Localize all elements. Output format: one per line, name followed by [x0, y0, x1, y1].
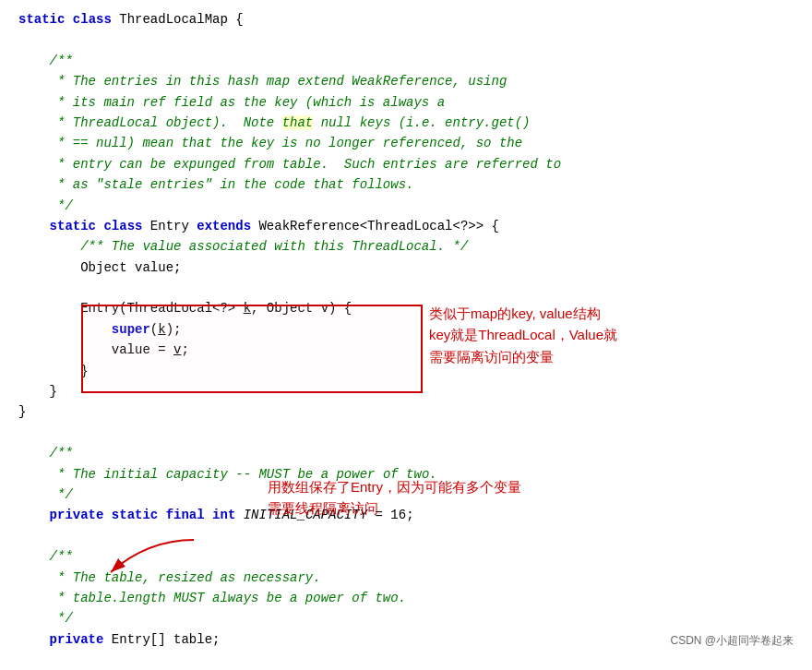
code-line-17: value = v;	[18, 340, 794, 360]
arrow-to-table	[92, 535, 203, 581]
highlight-that: that	[282, 115, 314, 130]
code-line-4: * The entries in this hash map extend We…	[18, 71, 794, 91]
code-line-9: * as "stale entries" in the code that fo…	[18, 174, 794, 195]
code-line-3: /**	[18, 51, 794, 71]
code-line-23: * The initial capacity -- MUST be a powe…	[18, 464, 794, 485]
code-line-20: }	[18, 401, 794, 422]
code-line-30: */	[18, 608, 794, 628]
code-line-18: }	[18, 361, 794, 381]
code-line-7: * == null) mean that the key is no longe…	[18, 133, 794, 153]
watermark: CSDN @小超同学卷起来	[670, 632, 794, 650]
code-line-24: */	[18, 485, 794, 505]
code-line-5: * its main ref field as the key (which i…	[18, 92, 794, 113]
code-container: static class ThreadLocalMap { /** * The …	[0, 0, 812, 659]
code-line-12: /** The value associated with this Threa…	[18, 236, 794, 257]
code-line-6: * ThreadLocal object). Note that null ke…	[18, 113, 794, 133]
keyword: class	[73, 12, 112, 27]
code-line-2	[18, 30, 794, 50]
code-line-25: private static final int INITIAL_CAPACIT…	[18, 505, 794, 525]
code-line-19: }	[18, 381, 794, 401]
code-line-16: super(k);	[18, 319, 794, 340]
code-line-13: Object value;	[18, 257, 794, 278]
code-line-11: static class Entry extends WeakReference…	[18, 216, 794, 236]
code-line-21	[18, 423, 794, 443]
code-line-29: * table.length MUST always be a power of…	[18, 588, 794, 608]
code-line-8: * entry can be expunged from table. Such…	[18, 154, 794, 174]
code-line-1: static class ThreadLocalMap {	[18, 9, 794, 30]
code-line-14	[18, 278, 794, 298]
code-line-22: /**	[18, 443, 794, 463]
code-line-10: */	[18, 196, 794, 216]
keyword: static	[18, 12, 65, 27]
code-line-15: Entry(ThreadLocal<?> k, Object v) {	[18, 298, 794, 318]
